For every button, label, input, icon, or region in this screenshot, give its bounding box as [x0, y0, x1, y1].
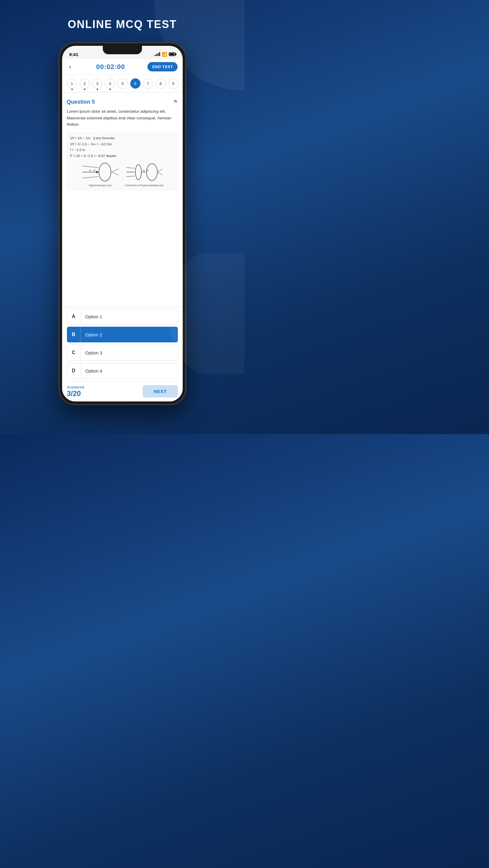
flag-icon[interactable]: ⚑	[173, 98, 178, 105]
svg-point-9	[147, 164, 157, 181]
svg-text:N': N'	[93, 169, 96, 172]
question-number-row: 1 2 3 4 5 6 7 8 9 10	[62, 75, 183, 90]
svg-line-14	[157, 172, 162, 175]
phone-outer-frame: 9:41 📶 ‹	[59, 43, 186, 404]
option-a-text: Option 1	[81, 314, 107, 319]
svg-point-8	[135, 164, 142, 180]
correction-eye-figure: N N' Correction of hypermetropia eye	[125, 161, 164, 187]
answered-section: Answered 3/20	[67, 385, 84, 398]
option-c-letter: C	[67, 345, 81, 360]
battery-icon	[169, 53, 176, 56]
q-num-6[interactable]: 6	[130, 79, 141, 89]
status-icons: 📶	[155, 52, 176, 57]
phone-mockup: 9:41 📶 ‹	[59, 43, 186, 404]
question-area: Question 5 ⚑ Lorem ipsum dolor sit amet,…	[62, 94, 183, 305]
eye-diagrams: N N' Hypermetropic eye	[70, 161, 175, 187]
footer: Answered 3/20 NEXT	[62, 381, 183, 401]
status-time: 9:41	[69, 52, 79, 57]
q-num-9[interactable]: 9	[168, 79, 179, 89]
q-num-4[interactable]: 4	[105, 79, 115, 89]
option-b-letter: B	[67, 327, 81, 342]
q-num-8[interactable]: 8	[156, 79, 166, 89]
question-title: Question 5	[67, 99, 95, 105]
q-num-3[interactable]: 3	[92, 79, 102, 89]
answered-count: 3/20	[67, 390, 84, 398]
page-title: ONLINE MCQ TEST	[68, 18, 177, 31]
formula-text: 1/f = 1/v − 1/u (Lens formula) 1/f = 1/−…	[70, 135, 175, 159]
option-a-row[interactable]: A Option 1	[67, 309, 178, 324]
answered-label: Answered	[67, 385, 84, 390]
svg-text:N': N'	[147, 169, 149, 172]
svg-point-0	[99, 163, 111, 181]
svg-line-2	[82, 166, 98, 167]
phone-notch	[103, 46, 142, 54]
hypermetropic-eye-figure: N N' Hypermetropic eye	[81, 161, 120, 187]
q-num-10[interactable]: 10	[181, 79, 183, 89]
svg-line-12	[126, 176, 134, 177]
option-b-text: Option 2	[81, 332, 107, 337]
hypermetropic-eye-svg: N N'	[81, 161, 120, 183]
phone-screen: 9:41 📶 ‹	[62, 46, 183, 401]
next-button[interactable]: NEXT	[143, 385, 178, 398]
option-d-text: Option 4	[81, 368, 107, 373]
correction-label: Correction of hypermetropia eye	[125, 184, 164, 187]
option-b-row[interactable]: B Option 2	[67, 327, 178, 342]
question-header: Question 5 ⚑	[67, 98, 178, 105]
svg-line-5	[112, 169, 119, 172]
wifi-icon: 📶	[162, 52, 167, 57]
q-num-1[interactable]: 1	[67, 79, 77, 89]
timer-display: 00:02:00	[96, 63, 125, 71]
svg-text:N: N	[143, 169, 145, 172]
header: ‹ 00:02:00 END TEST	[62, 59, 183, 75]
hypermetropic-label: Hypermetropic eye	[89, 184, 112, 187]
screen-content: ‹ 00:02:00 END TEST 1 2 3 4 5 6 7 8 9 10	[62, 59, 183, 401]
svg-text:N: N	[89, 169, 91, 172]
option-c-row[interactable]: C Option 3	[67, 345, 178, 361]
correction-eye-svg: N N'	[125, 161, 164, 183]
svg-line-15	[157, 169, 162, 172]
option-a-letter: A	[67, 309, 81, 324]
option-c-text: Option 3	[81, 350, 107, 355]
question-text: Lorem ipsum dolor sit amet, consectetur …	[67, 108, 178, 128]
svg-line-11	[126, 167, 134, 168]
signal-icon	[155, 53, 160, 56]
end-test-button[interactable]: END TEST	[147, 62, 178, 71]
divider-2	[62, 307, 183, 307]
divider-1	[62, 92, 183, 93]
option-d-letter: D	[67, 363, 81, 378]
back-button[interactable]: ‹	[67, 62, 74, 71]
q-num-2[interactable]: 2	[80, 79, 90, 89]
diagram-area: 1/f = 1/v − 1/u (Lens formula) 1/f = 1/−…	[67, 132, 178, 190]
option-d-row[interactable]: D Option 4	[67, 363, 178, 378]
svg-line-4	[112, 172, 119, 175]
options-area: A Option 1 B Option 2 C Option 3	[62, 309, 183, 381]
q-num-5[interactable]: 5	[118, 79, 128, 89]
svg-line-3	[82, 177, 98, 178]
q-num-7[interactable]: 7	[143, 79, 153, 89]
